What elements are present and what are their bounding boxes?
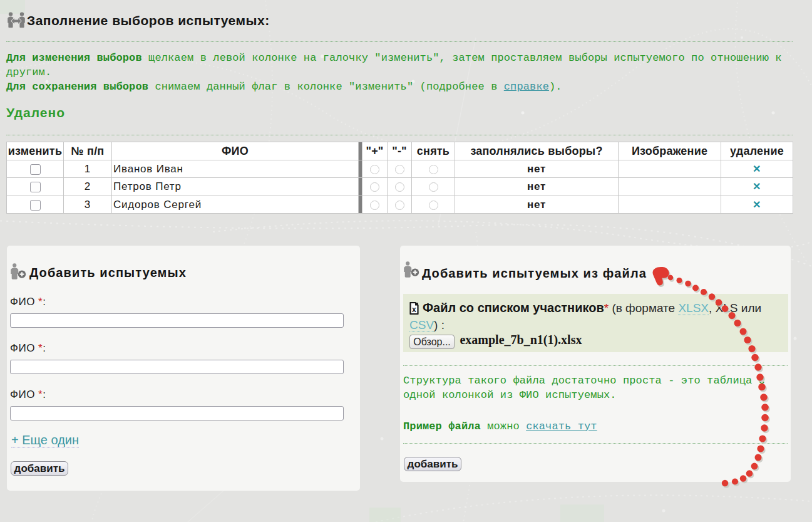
svg-text:x: x	[412, 305, 416, 314]
